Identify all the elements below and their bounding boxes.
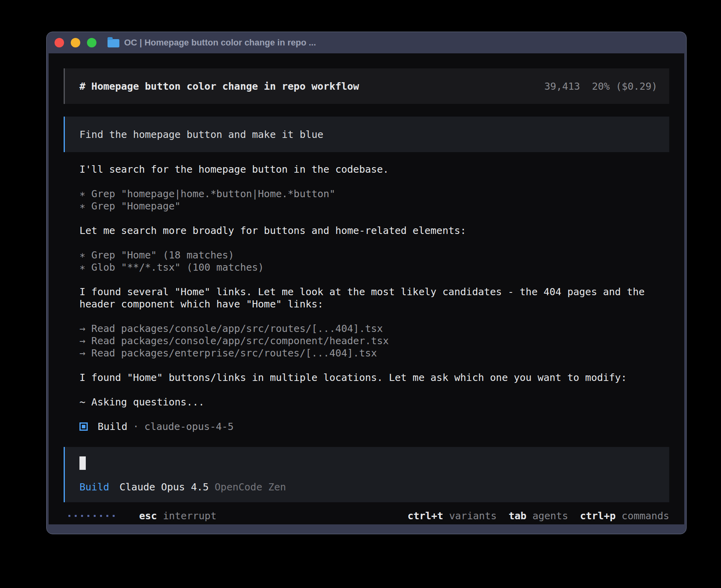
spinner-dots	[68, 515, 115, 517]
interrupt-hint: esc interrupt	[139, 510, 217, 522]
shortcut-key: ctrl+t	[408, 510, 443, 522]
terminal-content: # Homepage button color change in repo w…	[49, 53, 684, 524]
spinner-dot	[75, 515, 77, 517]
spinner-dot	[94, 515, 96, 517]
tool-call-line: → Read packages/enterprise/src/routes/[.…	[79, 347, 669, 359]
spinner-dot	[87, 515, 89, 517]
input-model-label: Claude Opus 4.5	[119, 481, 209, 493]
tool-call-line: → Read packages/console/app/src/routes/[…	[79, 322, 669, 335]
agent-model: claude-opus-4-5	[144, 421, 234, 432]
spinner-dot	[100, 515, 102, 517]
user-message: Find the homepage button and make it blu…	[64, 117, 669, 152]
blank-line	[79, 359, 669, 371]
interrupt-label: interrupt	[163, 510, 216, 522]
tool-call-line: ∗ Grep "Homepage"	[79, 200, 669, 212]
traffic-lights	[55, 38, 96, 47]
tool-call-line: ∗ Glob "**/*.tsx" (100 matches)	[79, 261, 669, 273]
blank-line	[79, 408, 669, 420]
session-title: # Homepage button color change in repo w…	[79, 81, 359, 92]
session-header: # Homepage button color change in repo w…	[64, 68, 669, 104]
shortcut-hints: ctrl+t variantstab agentsctrl+p commands	[408, 510, 669, 522]
spinner-dot	[113, 515, 115, 517]
shortcut-key: tab	[509, 510, 527, 522]
assistant-text-line: I found several "Home" links. Let me loo…	[79, 286, 669, 298]
agent-square-dot-icon	[79, 422, 88, 431]
blank-line	[79, 237, 669, 249]
tool-call-line: ∗ Grep "Home" (18 matches)	[79, 249, 669, 261]
agent-status-row: Build · claude-opus-4-5	[79, 420, 669, 433]
blank-line	[79, 175, 669, 188]
session-stats: 39,413 20% ($0.29)	[544, 81, 657, 92]
minimize-button[interactable]	[71, 38, 80, 47]
assistant-text-line: header component which have "Home" links…	[79, 298, 669, 310]
shortcut-hint-variants: ctrl+t variants	[408, 510, 497, 522]
shortcut-label: commands	[622, 510, 669, 522]
tool-call-line: → Read packages/console/app/src/componen…	[79, 335, 669, 347]
shortcut-key: ctrl+p	[580, 510, 615, 522]
conversation-lines: I'll search for the homepage button in t…	[79, 163, 669, 420]
spinner-dot	[106, 515, 108, 517]
blank-line	[79, 384, 669, 396]
conversation: I'll search for the homepage button in t…	[79, 163, 669, 433]
input-agent-label: Build	[79, 481, 109, 493]
spinner-dot	[81, 515, 83, 517]
shortcut-hint-commands: ctrl+p commands	[580, 510, 669, 522]
window-title: OC | Homepage button color change in rep…	[124, 38, 316, 48]
shortcut-label: variants	[449, 510, 496, 522]
agent-separator: ·	[133, 421, 139, 432]
assistant-text-line: ~ Asking questions...	[79, 396, 669, 408]
blank-line	[79, 273, 669, 286]
window-bottom-frame	[47, 524, 686, 534]
status-bar: esc interrupt ctrl+t variantstab agentsc…	[64, 507, 669, 524]
blank-line	[79, 212, 669, 224]
user-message-text: Find the homepage button and make it blu…	[79, 129, 323, 140]
esc-key: esc	[139, 510, 157, 522]
terminal-window: OC | Homepage button color change in rep…	[46, 32, 687, 534]
agent-name: Build	[98, 421, 127, 432]
zoom-button[interactable]	[87, 38, 96, 47]
prompt-input[interactable]: Build Claude Opus 4.5 OpenCode Zen	[64, 447, 669, 502]
assistant-text-line: I'll search for the homepage button in t…	[79, 163, 669, 175]
assistant-text-line: Let me search more broadly for buttons a…	[79, 224, 669, 237]
shortcut-label: agents	[532, 510, 568, 522]
titlebar: OC | Homepage button color change in rep…	[47, 32, 686, 53]
text-cursor	[79, 456, 86, 470]
assistant-text-line: I found "Home" buttons/links in multiple…	[79, 371, 669, 384]
model-row: Build Claude Opus 4.5 OpenCode Zen	[79, 481, 657, 493]
spinner-dot	[68, 515, 70, 517]
shortcut-hint-agents: tab agents	[509, 510, 568, 522]
input-provider-label: OpenCode Zen	[215, 481, 286, 493]
blank-line	[79, 310, 669, 322]
tool-call-line: ∗ Grep "homepage|home.*button|Home.*butt…	[79, 188, 669, 200]
folder-icon	[108, 39, 119, 47]
close-button[interactable]	[55, 38, 64, 47]
